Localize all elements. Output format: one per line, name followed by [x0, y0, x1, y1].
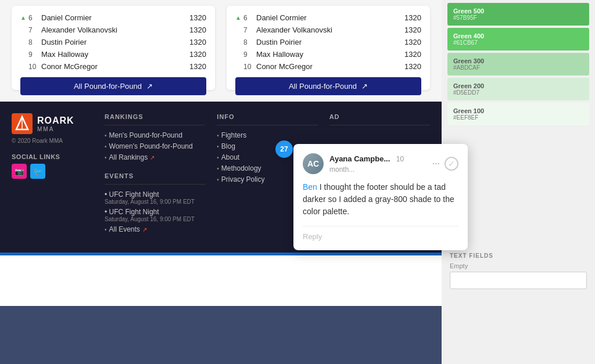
color-name-green200: Green 200 [453, 82, 583, 89]
rank-number: 7 [28, 26, 41, 34]
rank-number: 9 [28, 51, 41, 59]
empty-text-input[interactable] [450, 272, 587, 289]
color-swatch-green-300: Green 300 #ABDCAF [447, 53, 589, 75]
instagram-icon[interactable]: 📷 [12, 164, 27, 179]
rank-score: 1320 [189, 26, 206, 34]
color-swatch-green-500: Green 500 #57B95F [447, 3, 589, 26]
color-hex-green500: #57B95F [453, 15, 583, 21]
rank-number: 9 [243, 51, 256, 59]
rank-number: 8 [28, 38, 41, 46]
rank-score: 1320 [189, 62, 206, 71]
comment-meta: Ayana Campbe... 10 month... [329, 153, 426, 174]
rank-score: 1320 [404, 62, 421, 71]
table-row: 8 Dustin Poirier 1320 [20, 36, 206, 48]
rank-number: 8 [243, 38, 256, 46]
reply-input[interactable]: Reply [303, 232, 458, 241]
footer-ad-title: AD [329, 113, 430, 125]
table-row: 7 Alexander Volkanovski 1320 [20, 24, 206, 36]
logo-brand-name: ROARK [37, 116, 74, 126]
ranking-card-1: ▲ 6 Daniel Cormier 1320 7 Alexander Volk… [12, 6, 215, 90]
fighter-name: Conor McGregor [41, 62, 189, 71]
ranking-card-2: ▲ 6 Daniel Cormier 1320 7 Alexander Volk… [227, 6, 430, 90]
footer-rankings-col: RANKINGS Men's Pound-for-Pound Women's P… [105, 113, 205, 236]
fighter-name: Dustin Poirier [41, 38, 189, 46]
footer-info-title: INFO [217, 113, 317, 125]
text-fields-section: TEXT FIELDS Empty [442, 247, 595, 295]
color-swatch-green-200: Green 200 #D5EDD7 [447, 78, 589, 100]
social-icons-group: 📷 🐦 [12, 164, 93, 179]
footer-link-all-rankings[interactable]: All Rankings ↗ [105, 153, 205, 161]
rankings-area: ▲ 6 Daniel Cormier 1320 7 Alexander Volk… [0, 0, 442, 102]
comment-header: AC Ayana Campbe... 10 month... ··· ✓ [303, 153, 458, 174]
comment-author: Ayana Campbe... [329, 154, 390, 163]
external-link-icon: ↗ [361, 82, 368, 91]
footer-link-all-events[interactable]: All Events ↗ [105, 225, 205, 233]
empty-field-label: Empty [450, 262, 587, 269]
arrow-up-icon: ▲ [20, 15, 28, 21]
comment-divider [303, 226, 458, 226]
arrow-icon: ↗ [142, 226, 147, 233]
color-hex-green100: #EEF8EF [453, 114, 583, 121]
table-row: 7 Alexander Volkanovski 1320 [235, 24, 421, 36]
footer-events-title: EVENTS [105, 172, 205, 185]
table-row: ▲ 6 Daniel Cormier 1320 [20, 12, 206, 24]
color-name-green300: Green 300 [453, 57, 583, 64]
rank-score: 1320 [404, 38, 421, 46]
rank-score: 1320 [404, 50, 421, 59]
comment-mention: Ben [303, 182, 317, 192]
footer-logo-col: ROARK MMA © 2020 Roark MMA SOCIAL LINKS … [12, 113, 93, 236]
footer-event-2-date: Saturday, August 16, 9:00 PM EDT [105, 216, 205, 222]
bottom-gray-area [0, 306, 442, 364]
twitter-icon[interactable]: 🐦 [30, 164, 45, 179]
external-link-icon: ↗ [146, 82, 153, 91]
social-links-label: SOCIAL LINKS [12, 153, 93, 160]
copyright-text: © 2020 Roark MMA [12, 138, 93, 144]
blue-accent-bar [0, 253, 442, 255]
footer-event-1-name: • UFC Fight Night [105, 190, 205, 199]
fighter-name: Max Halloway [41, 50, 189, 59]
notification-badge[interactable]: 27 [275, 140, 293, 158]
fighter-name: Daniel Cormier [256, 13, 404, 22]
table-row: 8 Dustin Poirier 1320 [235, 36, 421, 48]
more-options-icon[interactable]: ··· [432, 158, 440, 169]
footer-event-1-date: Saturday, August 16, 9:00 PM EDT [105, 199, 205, 205]
fighter-name: Conor McGregor [256, 62, 404, 71]
color-hex-green300: #ABDCAF [453, 64, 583, 71]
all-pfp-button-1[interactable]: All Pound-for-Pound ↗ [20, 77, 206, 95]
rank-score: 1320 [189, 38, 206, 46]
notification-count: 27 [280, 145, 288, 153]
rank-score: 1320 [404, 26, 421, 34]
color-swatch-green-400: Green 400 #61CB67 [447, 28, 589, 51]
footer-link-womens-pfp[interactable]: Women's Pound-for-Pound [105, 142, 205, 150]
ranking-rows-1: ▲ 6 Daniel Cormier 1320 7 Alexander Volk… [20, 12, 206, 73]
comment-body: Ben I thought the footer should be a tad… [303, 181, 458, 218]
comment-actions: ··· ✓ [432, 157, 458, 171]
rank-score: 1320 [189, 50, 206, 59]
rank-number: 6 [28, 14, 41, 22]
resolve-button[interactable]: ✓ [445, 157, 458, 171]
text-fields-label: TEXT FIELDS [450, 253, 587, 259]
rank-number: 10 [243, 63, 256, 71]
all-pfp-button-2[interactable]: All Pound-for-Pound ↗ [235, 77, 421, 95]
fighter-name: Alexander Volkanovski [256, 26, 404, 34]
color-palette: Green 500 #57B95F Green 400 #61CB67 Gree… [442, 0, 595, 131]
footer-link-fighters[interactable]: Fighters [217, 131, 317, 139]
footer-rankings-title: RANKINGS [105, 113, 205, 125]
color-name-green400: Green 400 [453, 33, 583, 39]
arrow-icon: ↗ [150, 154, 155, 161]
color-hex-green200: #D5EDD7 [453, 89, 583, 96]
rank-number: 6 [243, 14, 256, 22]
ranking-rows-2: ▲ 6 Daniel Cormier 1320 7 Alexander Volk… [235, 12, 421, 73]
color-name-green500: Green 500 [453, 8, 583, 15]
table-row: 9 Max Halloway 1320 [20, 48, 206, 60]
color-name-green100: Green 100 [453, 107, 583, 114]
footer-event-2-name: • UFC Fight Night [105, 208, 205, 216]
color-hex-green400: #61CB67 [453, 39, 583, 46]
fighter-name: Max Halloway [256, 50, 404, 59]
footer-logo: ROARK MMA [12, 113, 93, 134]
footer-link-mens-pfp[interactable]: Men's Pound-for-Pound [105, 131, 205, 139]
table-row: ▲ 6 Daniel Cormier 1320 [235, 12, 421, 24]
logo-sub-text: MMA [37, 126, 74, 132]
avatar: AC [303, 153, 324, 174]
rank-number: 10 [28, 63, 41, 71]
